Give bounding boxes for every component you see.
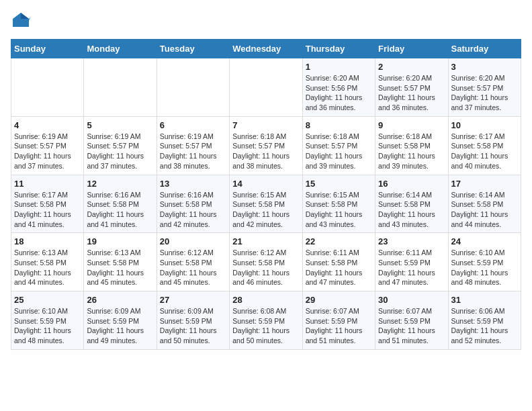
day-number: 9: [378, 120, 445, 130]
day-number: 23: [378, 236, 445, 246]
day-number: 28: [232, 295, 299, 305]
day-number: 24: [451, 236, 518, 246]
calendar-week-3: 11Sunrise: 6:17 AMSunset: 5:58 PMDayligh…: [11, 175, 521, 233]
calendar-cell: 27Sunrise: 6:09 AMSunset: 5:59 PMDayligh…: [157, 291, 229, 350]
day-info: Sunrise: 6:17 AMSunset: 5:58 PMDaylight:…: [14, 190, 81, 230]
day-number: 10: [451, 120, 518, 130]
day-number: 22: [306, 236, 372, 246]
calendar-cell: 7Sunrise: 6:18 AMSunset: 5:57 PMDaylight…: [230, 116, 302, 175]
calendar-cell: 26Sunrise: 6:09 AMSunset: 5:59 PMDayligh…: [84, 291, 157, 350]
day-info: Sunrise: 6:19 AMSunset: 5:57 PMDaylight:…: [14, 132, 81, 171]
day-number: 31: [451, 295, 518, 305]
day-info: Sunrise: 6:19 AMSunset: 5:57 PMDaylight:…: [87, 132, 153, 171]
day-number: 4: [14, 120, 81, 130]
calendar-cell: 18Sunrise: 6:13 AMSunset: 5:58 PMDayligh…: [11, 233, 84, 291]
svg-marker-2: [29, 17, 31, 21]
day-number: 15: [306, 179, 372, 189]
day-number: 5: [87, 120, 153, 130]
calendar-table: SundayMondayTuesdayWednesdayThursdayFrid…: [11, 39, 521, 350]
calendar-header: SundayMondayTuesdayWednesdayThursdayFrid…: [11, 40, 521, 58]
day-number: 3: [451, 62, 518, 72]
day-number: 25: [14, 295, 81, 305]
calendar-cell: 15Sunrise: 6:15 AMSunset: 5:58 PMDayligh…: [302, 175, 375, 233]
day-info: Sunrise: 6:07 AMSunset: 5:59 PMDaylight:…: [378, 306, 445, 346]
calendar-cell: [230, 58, 302, 117]
day-number: 2: [378, 62, 445, 72]
calendar-cell: [84, 58, 157, 117]
day-number: 11: [14, 179, 81, 189]
day-info: Sunrise: 6:07 AMSunset: 5:59 PMDaylight:…: [306, 306, 372, 346]
day-number: 7: [232, 120, 299, 130]
calendar-cell: 19Sunrise: 6:13 AMSunset: 5:58 PMDayligh…: [84, 233, 157, 291]
weekday-header-sunday: Sunday: [11, 40, 84, 58]
calendar-cell: 17Sunrise: 6:14 AMSunset: 5:58 PMDayligh…: [448, 175, 521, 233]
day-info: Sunrise: 6:15 AMSunset: 5:58 PMDaylight:…: [306, 190, 372, 230]
calendar-cell: 1Sunrise: 6:20 AMSunset: 5:56 PMDaylight…: [302, 58, 375, 117]
day-info: Sunrise: 6:20 AMSunset: 5:56 PMDaylight:…: [306, 73, 372, 113]
calendar-week-2: 4Sunrise: 6:19 AMSunset: 5:57 PMDaylight…: [11, 116, 521, 175]
day-info: Sunrise: 6:14 AMSunset: 5:58 PMDaylight:…: [378, 190, 445, 230]
day-number: 16: [378, 179, 445, 189]
calendar-cell: 22Sunrise: 6:11 AMSunset: 5:58 PMDayligh…: [302, 233, 375, 291]
calendar-body: 1Sunrise: 6:20 AMSunset: 5:56 PMDaylight…: [11, 58, 521, 350]
day-info: Sunrise: 6:14 AMSunset: 5:58 PMDaylight:…: [451, 190, 518, 230]
calendar-cell: 16Sunrise: 6:14 AMSunset: 5:58 PMDayligh…: [375, 175, 448, 233]
day-number: 6: [160, 120, 226, 130]
calendar-cell: 2Sunrise: 6:20 AMSunset: 5:57 PMDaylight…: [375, 58, 448, 117]
day-info: Sunrise: 6:19 AMSunset: 5:57 PMDaylight:…: [160, 132, 226, 171]
day-number: 17: [451, 179, 518, 189]
calendar-cell: 30Sunrise: 6:07 AMSunset: 5:59 PMDayligh…: [375, 291, 448, 350]
calendar-cell: 5Sunrise: 6:19 AMSunset: 5:57 PMDaylight…: [84, 116, 157, 175]
day-info: Sunrise: 6:09 AMSunset: 5:59 PMDaylight:…: [87, 306, 153, 346]
weekday-header-wednesday: Wednesday: [230, 40, 302, 58]
day-info: Sunrise: 6:18 AMSunset: 5:57 PMDaylight:…: [306, 132, 372, 171]
logo: [11, 11, 34, 31]
day-number: 18: [14, 236, 81, 246]
calendar-week-5: 25Sunrise: 6:10 AMSunset: 5:59 PMDayligh…: [11, 291, 521, 350]
svg-marker-1: [21, 13, 29, 19]
weekday-header-saturday: Saturday: [448, 40, 521, 58]
day-info: Sunrise: 6:12 AMSunset: 5:58 PMDaylight:…: [232, 248, 299, 287]
calendar-cell: 25Sunrise: 6:10 AMSunset: 5:59 PMDayligh…: [11, 291, 84, 350]
day-info: Sunrise: 6:16 AMSunset: 5:58 PMDaylight:…: [160, 190, 226, 230]
calendar-cell: 8Sunrise: 6:18 AMSunset: 5:57 PMDaylight…: [302, 116, 375, 175]
calendar-cell: 9Sunrise: 6:18 AMSunset: 5:58 PMDaylight…: [375, 116, 448, 175]
day-info: Sunrise: 6:08 AMSunset: 5:59 PMDaylight:…: [232, 306, 299, 346]
day-info: Sunrise: 6:10 AMSunset: 5:59 PMDaylight:…: [14, 306, 81, 346]
calendar-cell: 10Sunrise: 6:17 AMSunset: 5:58 PMDayligh…: [448, 116, 521, 175]
calendar-cell: 14Sunrise: 6:15 AMSunset: 5:58 PMDayligh…: [230, 175, 302, 233]
day-info: Sunrise: 6:18 AMSunset: 5:57 PMDaylight:…: [232, 132, 299, 171]
day-number: 21: [232, 236, 299, 246]
calendar-cell: 24Sunrise: 6:10 AMSunset: 5:59 PMDayligh…: [448, 233, 521, 291]
day-number: 27: [160, 295, 226, 305]
day-number: 19: [87, 236, 153, 246]
day-number: 26: [87, 295, 153, 305]
weekday-header-tuesday: Tuesday: [157, 40, 229, 58]
calendar-cell: 21Sunrise: 6:12 AMSunset: 5:58 PMDayligh…: [230, 233, 302, 291]
day-info: Sunrise: 6:12 AMSunset: 5:58 PMDaylight:…: [160, 248, 226, 287]
day-info: Sunrise: 6:16 AMSunset: 5:58 PMDaylight:…: [87, 190, 153, 230]
day-info: Sunrise: 6:20 AMSunset: 5:57 PMDaylight:…: [451, 73, 518, 113]
day-number: 12: [87, 179, 153, 189]
day-number: 1: [306, 62, 372, 72]
calendar-cell: 31Sunrise: 6:06 AMSunset: 5:59 PMDayligh…: [448, 291, 521, 350]
logo-icon: [11, 11, 31, 31]
calendar-cell: 13Sunrise: 6:16 AMSunset: 5:58 PMDayligh…: [157, 175, 229, 233]
day-info: Sunrise: 6:10 AMSunset: 5:59 PMDaylight:…: [451, 248, 518, 287]
weekday-row: SundayMondayTuesdayWednesdayThursdayFrid…: [11, 40, 521, 58]
day-number: 14: [232, 179, 299, 189]
day-info: Sunrise: 6:11 AMSunset: 5:59 PMDaylight:…: [378, 248, 445, 287]
calendar-cell: 28Sunrise: 6:08 AMSunset: 5:59 PMDayligh…: [230, 291, 302, 350]
day-info: Sunrise: 6:15 AMSunset: 5:58 PMDaylight:…: [232, 190, 299, 230]
page-header: [11, 11, 521, 31]
calendar-week-4: 18Sunrise: 6:13 AMSunset: 5:58 PMDayligh…: [11, 233, 521, 291]
day-info: Sunrise: 6:18 AMSunset: 5:58 PMDaylight:…: [378, 132, 445, 171]
calendar-cell: [157, 58, 229, 117]
day-number: 8: [306, 120, 372, 130]
day-info: Sunrise: 6:09 AMSunset: 5:59 PMDaylight:…: [160, 306, 226, 346]
day-info: Sunrise: 6:17 AMSunset: 5:58 PMDaylight:…: [451, 132, 518, 171]
day-number: 20: [160, 236, 226, 246]
day-number: 30: [378, 295, 445, 305]
day-number: 13: [160, 179, 226, 189]
day-info: Sunrise: 6:11 AMSunset: 5:58 PMDaylight:…: [306, 248, 372, 287]
